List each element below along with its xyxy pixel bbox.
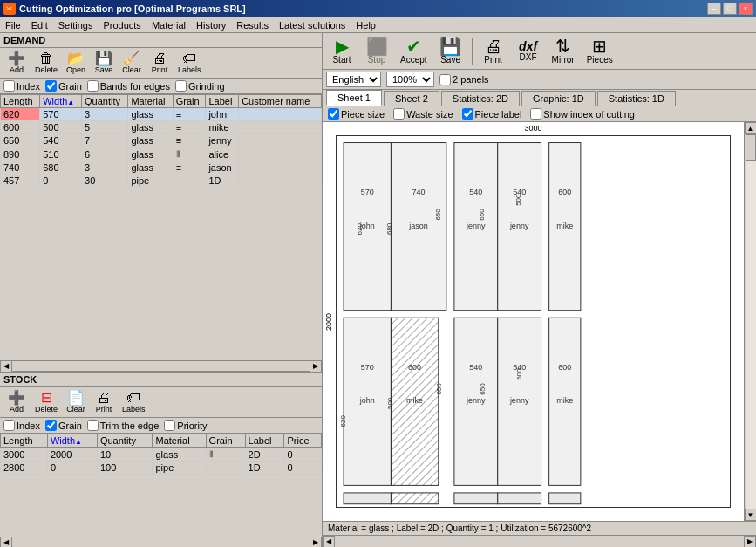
stock-grain-checkbox[interactable] [45,420,57,431]
table-row[interactable]: 600 500 5 glass ≡ mike [1,121,322,134]
col-quantity[interactable]: Quantity [97,434,153,448]
table-row[interactable]: 3000 2000 10 glass ⦀ 2D 0 [1,448,322,462]
menu-edit[interactable]: Edit [26,17,53,33]
menu-results[interactable]: Results [231,17,274,33]
scroll-right-btn[interactable]: ▶ [744,536,756,548]
stock-add-button[interactable]: ➕ Add [3,389,30,415]
menu-help[interactable]: Help [351,17,381,33]
pieces-button[interactable]: ⊞ Pieces [582,35,617,67]
table-row[interactable]: 890 510 6 glass ⦀ alice [1,147,322,161]
menu-products[interactable]: Products [98,17,146,33]
table-row[interactable]: 650 540 7 glass ≡ jenny [1,134,322,147]
dxf-button[interactable]: dxf DXF [513,38,544,65]
demand-bands-option[interactable]: Bands for edges [87,80,170,92]
demand-grinding-checkbox[interactable] [175,80,187,92]
menu-file[interactable]: File [0,17,26,33]
stock-trim-checkbox[interactable] [87,420,99,431]
table-row[interactable]: 620 570 3 glass ≡ john [1,108,322,121]
col-customer[interactable]: Customer name [239,95,322,108]
tab-sheet1[interactable]: Sheet 1 [326,90,382,106]
demand-print-button[interactable]: 🖨 Print [146,50,173,76]
col-quantity[interactable]: Quantity [82,95,128,108]
col-width[interactable]: Width [40,95,82,108]
start-button[interactable]: ▶ Start [326,35,358,67]
demand-bands-checkbox[interactable] [87,80,99,92]
stock-labels-button[interactable]: 🏷 Labels [119,389,149,415]
vertical-scrollbar[interactable]: ▲ ▼ [744,122,756,521]
scroll-left-btn[interactable]: ◀ [0,537,12,548]
col-grain[interactable]: Grain [206,434,245,448]
col-length[interactable]: Length [1,95,40,108]
scroll-right-btn[interactable]: ▶ [310,360,322,373]
show-index-option[interactable]: Show index of cutting [530,108,635,120]
piece-size-option[interactable]: Piece size [328,108,385,120]
table-row[interactable]: 2800 0 100 pipe 1D 0 [1,462,322,475]
menu-history[interactable]: History [191,17,231,33]
scroll-left-btn[interactable]: ◀ [323,536,335,548]
demand-add-button[interactable]: ➕ Add [3,50,30,76]
tab-statistics-1d[interactable]: Statistics: 1D [597,91,676,106]
col-grain[interactable]: Grain [173,95,206,108]
demand-grinding-option[interactable]: Grinding [175,80,225,92]
demand-index-option[interactable]: Index [3,80,40,92]
scroll-thumb[interactable] [746,134,756,161]
demand-scrollbar-h[interactable]: ◀ ▶ [0,360,322,371]
table-row[interactable]: 740 680 3 glass ≡ jason [1,161,322,174]
table-row[interactable]: 457 0 30 pipe 1D [1,174,322,188]
stock-scrollbar-h[interactable]: ◀ ▶ [0,537,322,547]
demand-delete-button[interactable]: 🗑 Delete [31,50,61,76]
language-select[interactable]: English [326,72,381,87]
piece-size-checkbox[interactable] [328,108,339,120]
tab-sheet2[interactable]: Sheet 2 [384,91,439,106]
stock-clear-button[interactable]: 📄 Clear [63,389,89,415]
waste-size-option[interactable]: Waste size [393,108,453,120]
scroll-down-button[interactable]: ▼ [745,509,757,521]
stock-priority-checkbox[interactable] [164,420,175,431]
demand-grain-checkbox[interactable] [45,80,57,92]
col-width[interactable]: Width [47,434,97,448]
scroll-left-btn[interactable]: ◀ [0,360,12,373]
piece-label-option[interactable]: Piece label [462,108,522,120]
panels-checkbox[interactable] [439,74,451,85]
zoom-select[interactable]: 100% [386,72,434,87]
stop-button[interactable]: ⬛ Stop [361,35,392,67]
demand-grain-option[interactable]: Grain [45,80,82,92]
stock-grain-option[interactable]: Grain [45,420,82,431]
accept-button[interactable]: ✔ Accept [396,35,432,67]
demand-index-checkbox[interactable] [3,80,15,92]
col-material[interactable]: Material [153,434,206,448]
canvas-area[interactable]: 3000 2000 570 john 620 [323,122,744,521]
minimize-button[interactable]: – [707,3,721,15]
menu-settings[interactable]: Settings [53,17,99,33]
menu-material[interactable]: Material [146,17,191,33]
scroll-right-btn[interactable]: ▶ [310,537,322,548]
tab-graphic-1d[interactable]: Graphic: 1D [521,91,596,106]
close-button[interactable]: × [739,3,753,15]
mirror-button[interactable]: ⇅ Mirror [548,35,579,67]
tab-statistics-2d[interactable]: Statistics: 2D [441,91,520,106]
print-button[interactable]: 🖨 Print [478,35,509,67]
col-label[interactable]: Label [245,434,284,448]
stock-delete-button[interactable]: ⊟ Delete [31,389,61,415]
demand-save-button[interactable]: 💾 Save [91,50,117,76]
horizontal-scrollbar[interactable]: ◀ ▶ [323,535,756,547]
demand-labels-button[interactable]: 🏷 Labels [174,50,205,76]
stock-index-checkbox[interactable] [3,420,15,431]
panels-option[interactable]: 2 panels [439,74,489,85]
demand-open-button[interactable]: 📂 Open [63,50,89,76]
stock-priority-option[interactable]: Priority [164,420,207,431]
show-index-checkbox[interactable] [530,108,541,120]
maximize-button[interactable]: □ [723,3,737,15]
scroll-up-button[interactable]: ▲ [745,122,757,134]
col-length[interactable]: Length [1,434,48,448]
waste-size-checkbox[interactable] [393,108,405,120]
demand-table[interactable]: Length Width Quantity Material Grain Lab… [0,94,322,360]
menu-latest-solutions[interactable]: Latest solutions [274,17,351,33]
stock-index-option[interactable]: Index [3,420,40,431]
piece-label-checkbox[interactable] [462,108,473,120]
col-label[interactable]: Label [206,95,239,108]
stock-trim-option[interactable]: Trim the edge [87,420,159,431]
save-button[interactable]: 💾 Save [435,35,467,67]
col-material[interactable]: Material [128,95,173,108]
col-price[interactable]: Price [284,434,322,448]
